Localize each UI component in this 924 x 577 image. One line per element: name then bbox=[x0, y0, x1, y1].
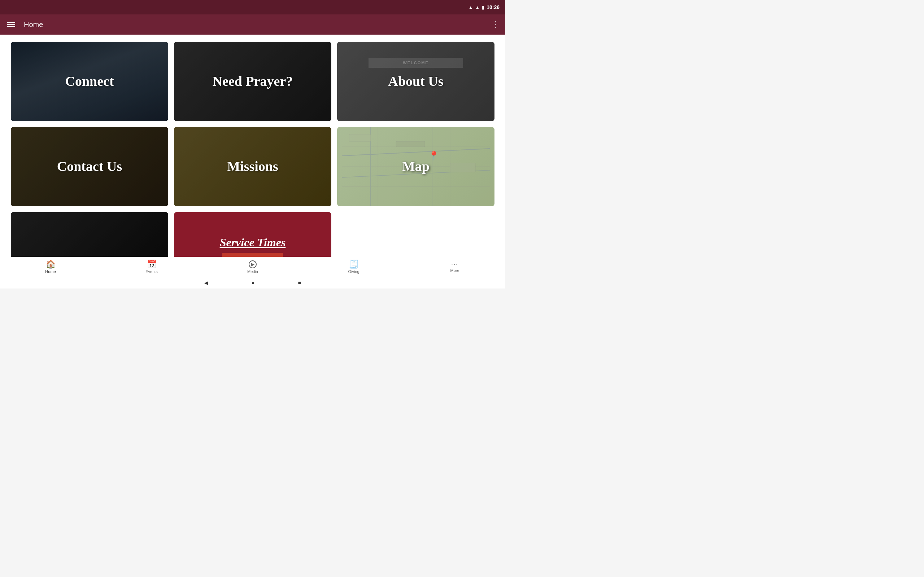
nav-label-more: More bbox=[450, 268, 459, 272]
nav-item-more[interactable]: ··· More bbox=[404, 257, 505, 277]
map-card[interactable]: 📍 Map bbox=[337, 127, 494, 206]
contact-card[interactable]: Contact Us bbox=[11, 127, 168, 206]
giving-icon: 🧾 bbox=[349, 260, 359, 268]
nav-label-media: Media bbox=[247, 269, 258, 274]
home-icon: 🏠 bbox=[46, 260, 56, 268]
card-row-3: Service Times SUNDAY bbox=[11, 212, 494, 257]
contact-card-label: Contact Us bbox=[53, 155, 126, 179]
app-bar-title: Home bbox=[24, 21, 43, 29]
bible-card[interactable] bbox=[11, 212, 168, 257]
card-row-2: Contact Us Missions bbox=[11, 127, 494, 206]
nav-label-giving: Giving bbox=[348, 269, 359, 274]
nav-item-media[interactable]: ▶ Media bbox=[202, 257, 303, 277]
about-card-label: About Us bbox=[384, 69, 447, 93]
map-card-label: Map bbox=[399, 155, 433, 179]
home-button[interactable]: ● bbox=[252, 280, 254, 285]
missions-card[interactable]: Missions bbox=[174, 127, 331, 206]
about-card[interactable]: WELCOME About Us bbox=[337, 42, 494, 121]
app-bar-left: Home bbox=[6, 21, 43, 29]
media-icon: ▶ bbox=[249, 260, 257, 268]
hamburger-menu-button[interactable] bbox=[6, 21, 16, 29]
main-content: Connect Need Prayer? WELCOME About Us Co… bbox=[0, 35, 505, 257]
battery-icon: ▮ bbox=[482, 5, 485, 10]
connect-card-label: Connect bbox=[61, 69, 117, 93]
status-time: 10:26 bbox=[486, 4, 499, 10]
missions-card-label: Missions bbox=[223, 155, 281, 179]
wifi-icon: ▲ bbox=[468, 5, 473, 10]
connect-card[interactable]: Connect bbox=[11, 42, 168, 121]
service-times-title: Service Times bbox=[220, 236, 286, 249]
nav-label-home: Home bbox=[45, 269, 56, 274]
prayer-card-label: Need Prayer? bbox=[209, 69, 297, 93]
service-times-card[interactable]: Service Times SUNDAY bbox=[174, 212, 331, 257]
bottom-nav: 🏠 Home 📅 Events ▶ Media 🧾 Giving ··· Mor… bbox=[0, 257, 505, 277]
service-times-day: SUNDAY bbox=[222, 253, 283, 257]
events-icon: 📅 bbox=[147, 260, 157, 268]
nav-item-giving[interactable]: 🧾 Giving bbox=[303, 257, 404, 277]
nav-label-events: Events bbox=[145, 269, 158, 274]
system-nav-bar: ◀ ● ■ bbox=[0, 277, 505, 288]
card-row-1: Connect Need Prayer? WELCOME About Us bbox=[11, 42, 494, 121]
status-icons: ▲ ▲ ▮ 10:26 bbox=[468, 4, 499, 10]
status-bar: ▲ ▲ ▮ 10:26 bbox=[0, 0, 505, 15]
service-times-content: Service Times SUNDAY bbox=[213, 229, 293, 257]
nav-item-home[interactable]: 🏠 Home bbox=[0, 257, 101, 277]
map-pin-icon: 📍 bbox=[428, 151, 439, 161]
bible-card-overlay bbox=[11, 212, 168, 257]
more-icon: ··· bbox=[451, 261, 458, 267]
prayer-card[interactable]: Need Prayer? bbox=[174, 42, 331, 121]
signal-icon: ▲ bbox=[475, 5, 480, 10]
recent-button[interactable]: ■ bbox=[298, 280, 301, 285]
more-vert-button[interactable]: ⋮ bbox=[491, 20, 499, 29]
nav-item-events[interactable]: 📅 Events bbox=[101, 257, 202, 277]
back-button[interactable]: ◀ bbox=[204, 280, 208, 285]
app-bar: Home ⋮ bbox=[0, 15, 505, 35]
